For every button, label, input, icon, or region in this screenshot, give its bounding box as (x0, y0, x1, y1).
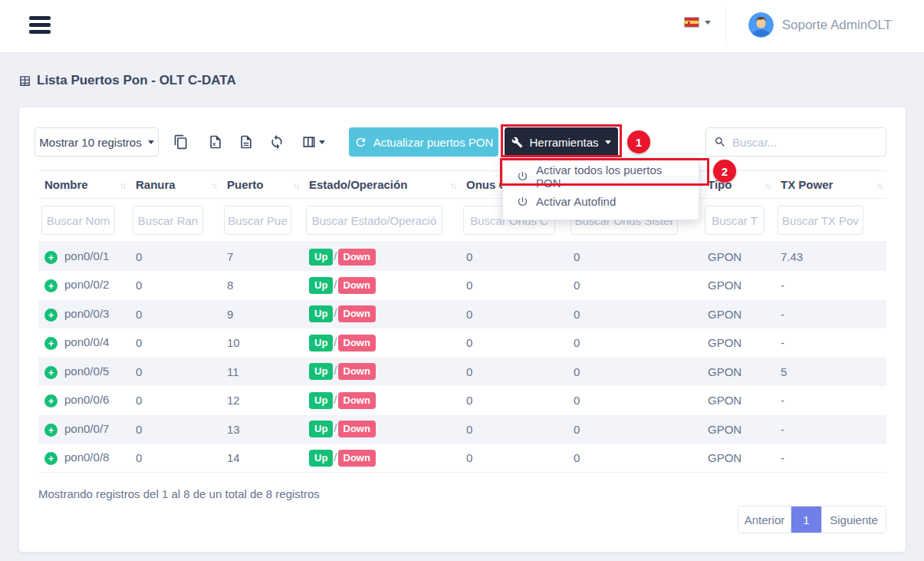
filter-ranura-input[interactable] (133, 206, 203, 235)
user-menu[interactable]: Soporte AdminOLT (748, 12, 892, 38)
column-header-estado[interactable]: Estado/Operación↑↓ (303, 171, 460, 199)
refresh-icon[interactable] (268, 133, 286, 151)
pagination: Anterior 1 Siguiente (738, 506, 886, 533)
sort-icon[interactable]: ↑↓ (120, 180, 125, 190)
column-header-tx-power[interactable]: TX Power↑↓ (774, 171, 886, 199)
status-up-badge: Up (309, 277, 333, 294)
expand-row-icon[interactable]: + (44, 452, 58, 465)
cell-ranura: 0 (130, 271, 221, 300)
status-up-badge: Up (309, 335, 333, 351)
annotation-step-badge: 2 (713, 160, 736, 183)
pagination-page-1-button[interactable]: 1 (791, 507, 821, 533)
cell-tx-power: - (774, 328, 886, 358)
sort-icon[interactable]: ↑↓ (450, 180, 455, 190)
table-row: +pon0/0/8014Up/Down00GPON- (38, 444, 886, 473)
cell-onus-sister: 0 (567, 328, 702, 358)
status-down-badge: Down (338, 305, 376, 322)
copy-icon[interactable] (172, 133, 190, 151)
cell-tx-power: - (774, 415, 886, 444)
cell-nombre: +pon0/0/5 (38, 358, 130, 387)
search-input[interactable] (732, 136, 878, 149)
sort-icon[interactable]: ↑↓ (293, 180, 298, 190)
expand-row-icon[interactable]: + (44, 337, 58, 350)
cell-onus-c: 0 (460, 386, 567, 415)
cell-puerto: 12 (221, 386, 303, 415)
status-down-badge: Down (338, 450, 376, 467)
cell-tx-power: - (774, 271, 886, 300)
chevron-down-icon (605, 140, 611, 144)
table-row: +pon0/0/107Up/Down00GPON7.43 (38, 243, 886, 272)
filter-tipo-input[interactable] (705, 206, 765, 235)
column-header-nombre[interactable]: Nombre↑↓ (38, 171, 130, 199)
cell-tipo: GPON (702, 358, 774, 387)
cell-onus-c: 0 (460, 243, 567, 272)
expand-row-icon[interactable]: + (44, 309, 58, 322)
column-visibility-icon[interactable] (298, 133, 327, 151)
menu-toggle-icon[interactable] (29, 16, 51, 36)
cell-tx-power: - (774, 444, 886, 473)
column-header-ranura[interactable]: Ranura↑↓ (130, 171, 221, 199)
cell-onus-c: 0 (460, 358, 567, 387)
cell-onus-sister: 0 (567, 300, 702, 329)
cell-ranura: 0 (130, 243, 221, 272)
cell-puerto: 10 (221, 328, 303, 358)
excel-export-icon[interactable]: x (206, 133, 225, 151)
top-navbar: Soporte AdminOLT (0, 0, 924, 52)
pon-ports-table: Nombre↑↓ Ranura↑↓ Puerto↑↓ Estado/Operac… (38, 170, 886, 473)
cell-puerto: 14 (221, 444, 303, 473)
pagination-previous-button[interactable]: Anterior (738, 507, 791, 533)
cell-tipo: GPON (702, 415, 774, 444)
chevron-down-icon (705, 21, 711, 25)
cell-estado: Up/Down (303, 358, 460, 387)
expand-row-icon[interactable]: + (44, 251, 58, 264)
menu-item-activate-autofind[interactable]: Activar Autofind (503, 189, 699, 214)
sort-icon[interactable]: ↑↓ (765, 180, 770, 190)
table-row: +pon0/0/7013Up/Down00GPON- (38, 415, 886, 444)
annotation-step-badge: 1 (627, 130, 650, 153)
expand-row-icon[interactable]: + (44, 424, 58, 437)
cell-tipo: GPON (702, 444, 774, 473)
sort-icon[interactable]: ↑↓ (211, 180, 216, 190)
cell-puerto: 7 (221, 243, 303, 272)
filter-nombre-input[interactable] (41, 206, 115, 235)
length-menu-button[interactable]: Mostrar 10 registros (35, 127, 159, 157)
search-icon (714, 136, 726, 148)
status-down-badge: Down (338, 277, 376, 294)
column-header-puerto[interactable]: Puerto↑↓ (221, 171, 303, 199)
menu-item-activate-all-pon-ports[interactable]: Activar todos los puertos PON (503, 163, 699, 189)
table-icon (18, 74, 31, 87)
pagination-next-button[interactable]: Siguiente (821, 507, 886, 533)
table-row: +pon0/0/4010Up/Down00GPON- (38, 328, 886, 358)
cell-onus-sister: 0 (567, 444, 702, 473)
user-name: Soporte AdminOLT (782, 18, 892, 33)
status-up-badge: Up (309, 421, 333, 437)
language-selector[interactable] (684, 17, 711, 28)
filter-estado-input[interactable] (306, 206, 442, 235)
chevron-down-icon (319, 140, 325, 144)
cell-estado: Up/Down (303, 444, 460, 473)
expand-row-icon[interactable]: + (44, 366, 58, 379)
search-box (705, 127, 886, 157)
tools-dropdown-button[interactable]: Herramientas (505, 127, 618, 157)
column-header-tipo[interactable]: Tipo↑↓ (702, 171, 774, 199)
cell-ranura: 0 (130, 386, 221, 415)
cell-nombre: +pon0/0/6 (38, 386, 130, 415)
cell-onus-sister: 0 (567, 358, 702, 387)
status-up-badge: Up (309, 450, 333, 467)
expand-row-icon[interactable]: + (44, 279, 58, 292)
cell-tipo: GPON (702, 271, 774, 300)
cell-onus-c: 0 (460, 328, 567, 358)
status-down-badge: Down (338, 363, 376, 380)
menu-item-label: Activar todos los puertos PON (536, 163, 685, 190)
update-pon-ports-button[interactable]: Actualizar puertos PON (349, 127, 498, 157)
filter-tx-power-input[interactable] (778, 206, 863, 235)
file-export-icon[interactable] (237, 133, 255, 151)
cell-tipo: GPON (702, 328, 774, 358)
cell-puerto: 13 (221, 415, 303, 444)
filter-puerto-input[interactable] (224, 206, 291, 235)
expand-row-icon[interactable]: + (44, 394, 58, 408)
sort-icon[interactable]: ↑↓ (876, 180, 882, 190)
cell-tx-power: 5 (774, 358, 886, 387)
power-icon (517, 196, 528, 207)
update-pon-ports-label: Actualizar puertos PON (373, 136, 494, 149)
